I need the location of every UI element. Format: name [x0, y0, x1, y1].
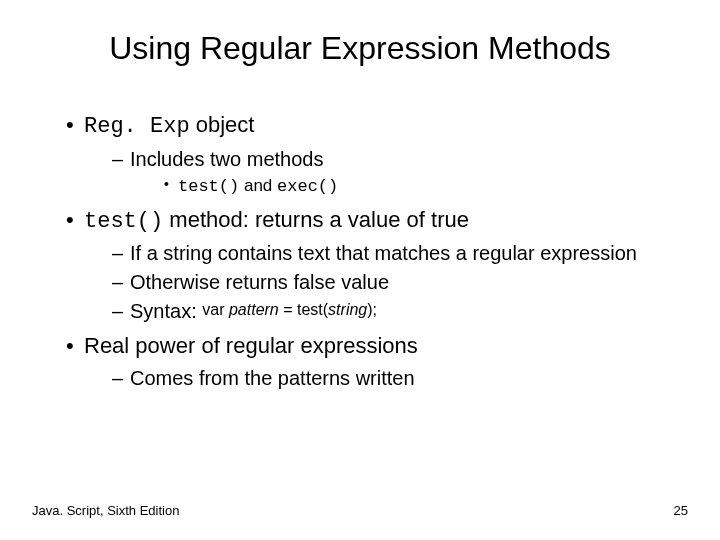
slide-title: Using Regular Expression Methods [0, 30, 720, 67]
text-and: and [239, 176, 277, 195]
ident-pattern: pattern [229, 301, 279, 318]
text-test-method: method: returns a value of true [163, 207, 469, 232]
text-syntax-label: Syntax: [130, 300, 202, 322]
syntax-snippet: var pattern = test(string); [202, 301, 377, 318]
footer-page-number: 25 [674, 503, 688, 518]
text-two-methods: Includes two methods [130, 148, 323, 170]
bullet-regexp-object: Reg. Exp object Includes two methods tes… [66, 110, 672, 199]
ident-string: string [328, 301, 367, 318]
bullet-comes-from: Comes from the patterns written [112, 365, 672, 392]
bullet-list-level2: Includes two methods test() and exec() [84, 146, 672, 199]
bullet-list-level3: test() and exec() [130, 175, 672, 199]
bullet-syntax: Syntax: var pattern = test(string); [112, 298, 672, 325]
footer-left: Java. Script, Sixth Edition [32, 503, 179, 518]
bullet-list-level1: Reg. Exp object Includes two methods tes… [48, 110, 672, 392]
bullet-test-exec: test() and exec() [164, 175, 672, 199]
text-real-power: Real power of regular expressions [84, 333, 418, 358]
kw-var: var [202, 301, 229, 318]
bullet-list-level2c: Comes from the patterns written [84, 365, 672, 392]
op-eq: = test( [279, 301, 328, 318]
bullet-two-methods: Includes two methods test() and exec() [112, 146, 672, 199]
text-object: object [190, 112, 255, 137]
bullet-list-level2b: If a string contains text that matches a… [84, 240, 672, 325]
bullet-real-power: Real power of regular expressions Comes … [66, 331, 672, 392]
code-test2: test() [84, 209, 163, 234]
code-exec: exec() [277, 177, 338, 196]
code-test: test() [178, 177, 239, 196]
slide-body: Reg. Exp object Includes two methods tes… [48, 110, 672, 398]
bullet-otherwise: Otherwise returns false value [112, 269, 672, 296]
bullet-test-method: test() method: returns a value of true I… [66, 205, 672, 326]
slide: Using Regular Expression Methods Reg. Ex… [0, 0, 720, 540]
bullet-if-string: If a string contains text that matches a… [112, 240, 672, 267]
code-regexp: Reg. Exp [84, 114, 190, 139]
op-end: ); [367, 301, 377, 318]
